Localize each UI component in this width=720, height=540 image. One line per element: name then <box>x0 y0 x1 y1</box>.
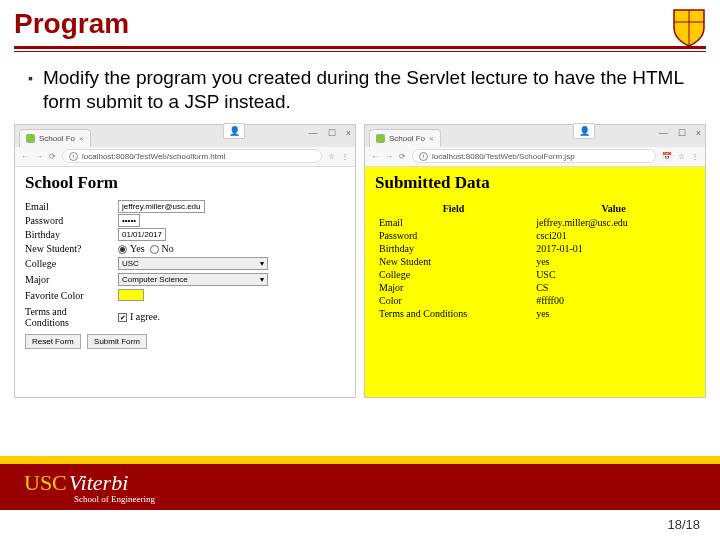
close-icon[interactable]: × <box>346 128 351 138</box>
page-content-left: School Form Emailjeffrey.miller@usc.edu … <box>15 167 355 359</box>
browser-tab[interactable]: School Fo × <box>369 129 441 147</box>
translate-icon[interactable]: 📅 <box>662 152 672 161</box>
back-icon[interactable]: ← <box>21 152 29 161</box>
profile-icon[interactable]: 👤 <box>223 123 245 139</box>
slide: Program ▪ Modify the program you created… <box>0 0 720 540</box>
favicon-icon <box>376 134 385 143</box>
birthday-field[interactable]: 01/01/2017 <box>118 228 166 241</box>
window-buttons: — ☐ × <box>309 128 351 138</box>
usc-sublabel: School of Engineering <box>74 494 155 504</box>
reload-icon[interactable]: ⟳ <box>49 152 56 161</box>
browser-left: School Fo × 👤 — ☐ × ← → ⟳ i localhost:80… <box>14 124 356 398</box>
cell-value: jeffrey.miller@usc.edu <box>532 216 695 229</box>
maximize-icon[interactable]: ☐ <box>328 128 336 138</box>
chevron-down-icon: ▾ <box>260 259 264 268</box>
cell-field: Birthday <box>375 242 532 255</box>
close-tab-icon[interactable]: × <box>429 134 434 143</box>
title-bar: Program <box>0 0 720 44</box>
email-label: Email <box>25 201 110 212</box>
color-field[interactable] <box>118 289 144 301</box>
window-buttons: — ☐ × <box>659 128 701 138</box>
forward-icon[interactable]: → <box>35 152 43 161</box>
menu-icon[interactable]: ⋮ <box>691 152 699 161</box>
url-text: localhost:8080/TestWeb/SchoolForm.jsp <box>432 152 575 161</box>
table-row: MajorCS <box>375 281 695 294</box>
table-row: CollegeUSC <box>375 268 695 281</box>
cell-value: csci201 <box>532 229 695 242</box>
major-select[interactable]: Computer Science▾ <box>118 273 268 286</box>
minimize-icon[interactable]: — <box>659 128 668 138</box>
major-label: Major <box>25 274 110 285</box>
color-label: Favorite Color <box>25 290 110 301</box>
table-row: New Studentyes <box>375 255 695 268</box>
usc-shield-icon <box>672 8 706 52</box>
bullet-text: Modify the program you created during th… <box>43 66 692 114</box>
cell-field: Color <box>375 294 532 307</box>
screenshots-row: School Fo × 👤 — ☐ × ← → ⟳ i localhost:80… <box>0 124 720 398</box>
cell-field: College <box>375 268 532 281</box>
address-bar: ← → ⟳ i localhost:8080/TestWeb/schoolfor… <box>15 147 355 167</box>
favicon-icon <box>26 134 35 143</box>
th-value: Value <box>532 201 695 216</box>
profile-icon[interactable]: 👤 <box>573 123 595 139</box>
form-heading: School Form <box>25 173 345 193</box>
divider <box>14 46 706 49</box>
cell-field: Major <box>375 281 532 294</box>
menu-icon[interactable]: ⋮ <box>341 152 349 161</box>
th-field: Field <box>375 201 532 216</box>
cell-value: USC <box>532 268 695 281</box>
birthday-label: Birthday <box>25 229 110 240</box>
maximize-icon[interactable]: ☐ <box>678 128 686 138</box>
divider <box>14 51 706 52</box>
tab-title: School Fo <box>389 134 425 143</box>
chevron-down-icon: ▾ <box>260 275 264 284</box>
email-field[interactable]: jeffrey.miller@usc.edu <box>118 200 205 213</box>
reset-button[interactable]: Reset Form <box>25 334 81 349</box>
cell-value: CS <box>532 281 695 294</box>
info-icon[interactable]: i <box>419 152 428 161</box>
reload-icon[interactable]: ⟳ <box>399 152 406 161</box>
browser-right: School Fo × 👤 — ☐ × ← → ⟳ i localhost:80… <box>364 124 706 398</box>
cell-value: 2017-01-01 <box>532 242 695 255</box>
forward-icon[interactable]: → <box>385 152 393 161</box>
table-row: Terms and Conditionsyes <box>375 307 695 320</box>
address-bar: ← → ⟳ i localhost:8080/TestWeb/SchoolFor… <box>365 147 705 167</box>
usc-logo: USCViterbi <box>24 470 128 496</box>
url-text: localhost:8080/TestWeb/schoolform.html <box>82 152 225 161</box>
minimize-icon[interactable]: — <box>309 128 318 138</box>
password-field[interactable]: ••••• <box>118 214 140 227</box>
tab-title: School Fo <box>39 134 75 143</box>
bullet-item: ▪ Modify the program you created during … <box>28 66 692 114</box>
back-icon[interactable]: ← <box>371 152 379 161</box>
table-row: Birthday2017-01-01 <box>375 242 695 255</box>
close-tab-icon[interactable]: × <box>79 134 84 143</box>
cell-field: Email <box>375 216 532 229</box>
bookmark-icon[interactable]: ☆ <box>328 152 335 161</box>
cell-field: Terms and Conditions <box>375 307 532 320</box>
cell-value: #ffff00 <box>532 294 695 307</box>
table-row: Emailjeffrey.miller@usc.edu <box>375 216 695 229</box>
radio-no[interactable] <box>150 245 159 254</box>
college-label: College <box>25 258 110 269</box>
bullet-mark-icon: ▪ <box>28 66 33 114</box>
page-content-right: Submitted Data Field Value Emailjeffrey.… <box>365 167 705 397</box>
page-number: 18/18 <box>667 517 700 532</box>
close-icon[interactable]: × <box>696 128 701 138</box>
cell-value: yes <box>532 307 695 320</box>
window-chrome: School Fo × 👤 — ☐ × <box>15 125 355 147</box>
url-input[interactable]: i localhost:8080/TestWeb/schoolform.html <box>62 149 322 163</box>
url-input[interactable]: i localhost:8080/TestWeb/SchoolForm.jsp <box>412 149 656 163</box>
password-label: Password <box>25 215 110 226</box>
cell-field: Password <box>375 229 532 242</box>
window-chrome: School Fo × 👤 — ☐ × <box>365 125 705 147</box>
terms-checkbox[interactable] <box>118 313 127 322</box>
college-select[interactable]: USC▾ <box>118 257 268 270</box>
submit-button[interactable]: Submit Form <box>87 334 147 349</box>
terms-label: Terms and Conditions <box>25 306 110 328</box>
newstudent-label: New Student? <box>25 243 110 254</box>
radio-yes[interactable] <box>118 245 127 254</box>
slide-title: Program <box>14 8 706 40</box>
bookmark-icon[interactable]: ☆ <box>678 152 685 161</box>
info-icon[interactable]: i <box>69 152 78 161</box>
browser-tab[interactable]: School Fo × <box>19 129 91 147</box>
